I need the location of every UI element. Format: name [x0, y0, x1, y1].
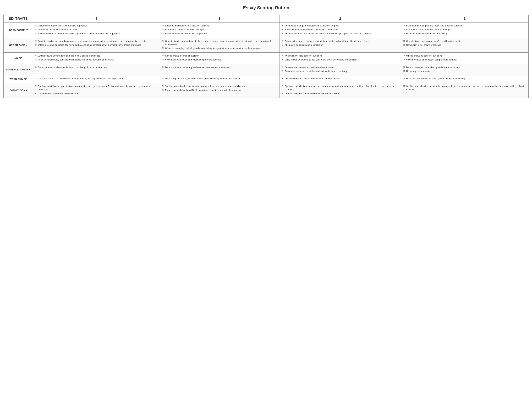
bullet-item: Offers an engaging beginning and a concl… [162, 47, 277, 50]
bullet-item: Errors don't make writing difficult to r… [162, 89, 277, 92]
bullet-item: Voice uses a strategy consistent with ca… [35, 58, 158, 62]
trait-label-organization: ORGANIZATION [4, 38, 33, 53]
bullet-item: Attempts a beginning and a conclusion [282, 43, 399, 47]
bullet-item: Uses dull, repetitive word choice; the m… [403, 77, 526, 80]
header-4: 4 [33, 15, 160, 22]
page-title: Essay Scoring Rubric [3, 5, 529, 10]
bullet-item: Organization may be hampered by minimal … [282, 40, 399, 43]
cell-4-2: Uses adequate verbs, adverbs, nouns, and… [160, 75, 279, 83]
bullet-item: Demonstrates sentences that are understa… [282, 66, 399, 69]
cell-0-3: Attempts to engage the reader with a the… [279, 22, 401, 38]
cell-4-4: Uses dull, repetitive word choice; the m… [401, 75, 528, 83]
cell-0-4: Little attempt to engage the reader; no … [401, 22, 528, 38]
bullet-item: Writing shows no sense of audience [403, 54, 526, 57]
cell-3-3: Demonstrates sentences that are understa… [279, 64, 401, 75]
bullet-item: Attempts to engage the reader with a the… [282, 24, 399, 28]
bullet-item: Relevant evidence and details are strong… [35, 32, 158, 35]
cell-5-4: Spelling, capitalization, punctuation, p… [401, 83, 528, 98]
bullet-item: Uses limited word choice; the message is… [282, 77, 399, 80]
cell-0-1: Engages the reader with a clear thesis o… [33, 22, 160, 38]
cell-2-1: Writing shows a strong tone and has a cl… [33, 53, 160, 64]
bullet-item: Spelling, capitalization, punctuation, p… [35, 85, 158, 91]
cell-3-1: Demonstrates consistent variety and comp… [33, 64, 160, 75]
bullet-item: Voice makes an attempt to use cause and … [282, 58, 399, 62]
bullet-item: Voice has some cause and effect, compare… [162, 58, 277, 62]
bullet-item: Writing shows a sense of audience [162, 54, 277, 57]
cell-5-2: Spelling, capitalization, punctuation, p… [160, 83, 279, 98]
bullet-item: Offers a creative engaging beginning and… [35, 43, 158, 47]
trait-label-word-choice: WORD CHOICE [4, 75, 33, 83]
trait-label-ideas-content: IDEAS/CONTENT [4, 22, 33, 38]
bullet-item: Uses adequate verbs, adverbs, nouns, and… [162, 77, 277, 80]
bullet-item: Information stated is related to the top… [162, 28, 277, 31]
cell-4-1: Uses precise and creative verbs, adverbs… [33, 75, 160, 83]
bullet-item: Contains few if any errors in convention… [35, 92, 158, 95]
bullet-item: Information is clearly related to the to… [35, 28, 158, 31]
bullet-item: Organization is clear and may include us… [162, 40, 277, 46]
bullet-item: Sentences are short, repetitive, and lac… [282, 70, 399, 73]
cell-5-3: Spelling, capitalization, punctuation, p… [279, 83, 401, 98]
header-six-traits: SIX TRAITS [4, 15, 33, 22]
cell-4-3: Uses limited word choice; the message is… [279, 75, 401, 83]
trait-label-sentence-fluency: SENTENCE FLUENCY [4, 64, 33, 75]
cell-1-2: Organization is clear and may include us… [160, 38, 279, 53]
bullet-item: Demonstrates consistent variety and comp… [35, 66, 158, 69]
cell-2-3: Writing shows little sense of audienceVo… [279, 53, 401, 64]
bullet-item: Writing shows little sense of audience [282, 54, 399, 57]
cell-2-2: Writing shows a sense of audienceVoice h… [160, 53, 279, 64]
header-1: 1 [401, 15, 528, 22]
bullet-item: Engages the reader with a clear thesis o… [35, 24, 158, 28]
header-2: 2 [279, 15, 401, 22]
cell-1-3: Organization may be hampered by minimal … [279, 38, 401, 53]
bullet-item: Spelling, capitalization, punctuation, p… [282, 85, 399, 91]
cell-0-2: Engages the reader with a thesis or purp… [160, 22, 279, 38]
bullet-item: Engages the reader with a thesis or purp… [162, 24, 277, 28]
bullet-item: Relevant evidence and details support th… [162, 32, 277, 35]
cell-3-4: Demonstrates awkward choppy and run-on s… [401, 64, 528, 75]
bullet-item: Demonstrates some variety and complexity… [162, 66, 277, 69]
bullet-item: Spelling, capitalization, punctuation, p… [403, 85, 526, 91]
bullet-item: Contains frequent convention errors that… [282, 92, 399, 95]
bullet-item: Organization is lacking and interferes w… [403, 40, 526, 43]
trait-label-voice: VOICE [4, 53, 33, 64]
cell-2-4: Writing shows no sense of audienceVoice … [401, 53, 528, 64]
bullet-item: Conclusion is not drawn or reached [403, 43, 526, 47]
bullet-item: Information stated does not relate to th… [403, 28, 526, 31]
bullet-item: Spelling, capitalization, punctuation, p… [162, 85, 277, 88]
bullet-item: Relevant evidence and details are weak a… [282, 32, 399, 35]
cell-1-4: Organization is lacking and interferes w… [401, 38, 528, 53]
trait-label-conventions: CONVENTIONS [4, 83, 33, 98]
cell-5-1: Spelling, capitalization, punctuation, p… [33, 83, 160, 98]
bullet-item: Writing shows a strong tone and has a cl… [35, 54, 158, 57]
rubric-table: SIX TRAITS 4 3 2 1 IDEAS/CONTENTEngages … [3, 15, 529, 98]
bullet-item: Relevant evidence and details are lackin… [403, 32, 526, 35]
cell-1-1: Organization is clear including compare … [33, 38, 160, 53]
bullet-item: Organization is clear including compare … [35, 40, 158, 43]
header-3: 3 [160, 15, 279, 22]
bullet-item: Voice no cause and effect or compare and… [403, 58, 526, 62]
bullet-item: Uses precise and creative verbs, adverbs… [35, 77, 158, 80]
bullet-item: Demonstrates awkward choppy and run-on s… [403, 66, 526, 69]
bullet-item: Information stated is limited in relatio… [282, 28, 399, 31]
bullet-item: No variety or complexity [403, 70, 526, 73]
cell-3-2: Demonstrates some variety and complexity… [160, 64, 279, 75]
bullet-item: Little attempt to engage the reader; no … [403, 24, 526, 28]
